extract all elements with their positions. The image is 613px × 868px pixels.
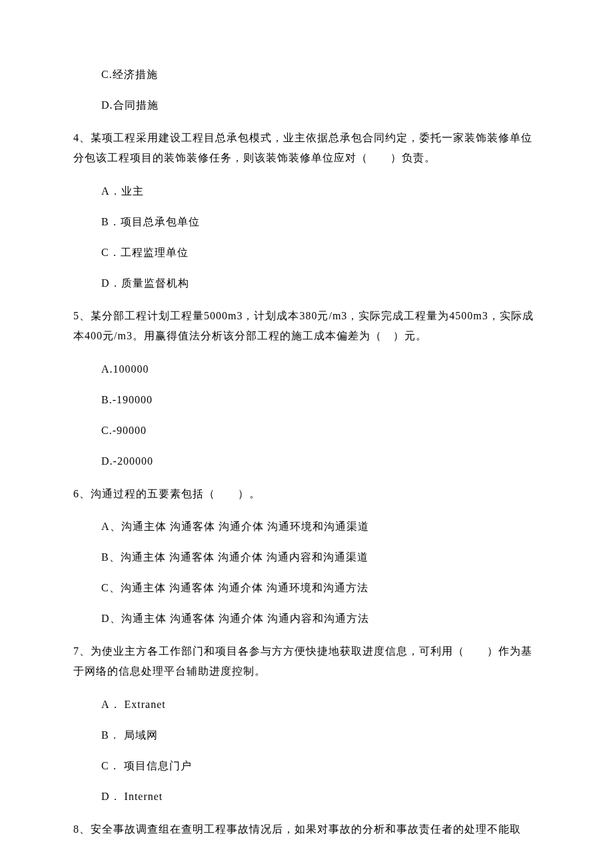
option-c: C、沟通主体 沟通客体 沟通介体 沟通环境和沟通方法 (73, 580, 540, 596)
option-a: A． Extranet (73, 697, 540, 713)
option-d: D、沟通主体 沟通客体 沟通介体 沟通内容和沟通方法 (73, 611, 540, 627)
option-a: A.100000 (73, 361, 540, 377)
question-6: 6、沟通过程的五要素包括（ ）。 A、沟通主体 沟通客体 沟通介体 沟通环境和沟… (73, 484, 540, 627)
option-c: C.-90000 (73, 423, 540, 439)
option-a: A、沟通主体 沟通客体 沟通介体 沟通环境和沟通渠道 (73, 519, 540, 535)
option-d: D.-200000 (73, 453, 540, 469)
option-b: B、沟通主体 沟通客体 沟通介体 沟通内容和沟通渠道 (73, 549, 540, 565)
question-partial-top: C.经济措施 D.合同措施 (73, 67, 540, 113)
question-stem: 8、安全事故调查组在查明工程事故情况后，如果对事故的分析和事故责任者的处理不能取 (73, 819, 540, 839)
option-d: D.合同措施 (73, 97, 540, 113)
question-stem: 7、为使业主方各工作部门和项目各参与方方便快捷地获取进度信息，可利用（ ）作为基… (73, 641, 540, 682)
question-4: 4、某项工程采用建设工程目总承包模式，业主依据总承包合同约定，委托一家装饰装修单… (73, 128, 540, 291)
question-stem: 4、某项工程采用建设工程目总承包模式，业主依据总承包合同约定，委托一家装饰装修单… (73, 128, 540, 169)
option-a: A．业主 (73, 183, 540, 199)
question-7: 7、为使业主方各工作部门和项目各参与方方便快捷地获取进度信息，可利用（ ）作为基… (73, 641, 540, 805)
option-d: D．质量监督机构 (73, 275, 540, 291)
question-stem: 5、某分部工程计划工程量5000m3，计划成本380元/m3，实际完成工程量为4… (73, 306, 540, 347)
option-d: D． Internet (73, 789, 540, 805)
option-b: B． 局域网 (73, 727, 540, 743)
option-b: B.-190000 (73, 392, 540, 408)
question-8: 8、安全事故调查组在查明工程事故情况后，如果对事故的分析和事故责任者的处理不能取 (73, 819, 540, 839)
option-c: C.经济措施 (73, 67, 540, 83)
question-5: 5、某分部工程计划工程量5000m3，计划成本380元/m3，实际完成工程量为4… (73, 306, 540, 469)
question-stem: 6、沟通过程的五要素包括（ ）。 (73, 484, 540, 504)
option-b: B．项目总承包单位 (73, 214, 540, 230)
option-c: C．工程监理单位 (73, 245, 540, 261)
option-c: C． 项目信息门户 (73, 758, 540, 774)
